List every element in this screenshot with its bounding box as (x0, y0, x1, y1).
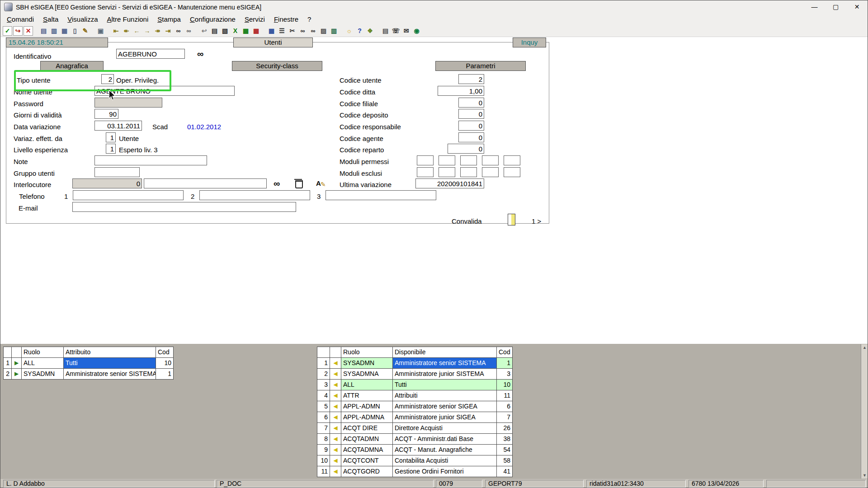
search-plus-icon[interactable]: ∞ (308, 26, 318, 36)
codice-responsabile-input[interactable] (458, 121, 484, 131)
table-row[interactable]: 1▶ALLTutti10 (4, 358, 174, 369)
variaz-effett-input[interactable] (106, 132, 116, 142)
menu-item-stampa[interactable]: Stampa (153, 14, 185, 25)
scroll-up-icon[interactable]: ▲ (861, 345, 868, 350)
prev-record-icon[interactable]: ← (132, 26, 142, 36)
moduli-permessi-box-1[interactable] (417, 155, 434, 165)
row-number[interactable]: 1 (317, 358, 330, 369)
cell-desc[interactable]: Direttore Acquisti (393, 423, 497, 434)
cell-desc[interactable]: Tutti (393, 380, 497, 390)
cell-cod[interactable]: 58 (497, 455, 513, 466)
interlocutore-search-icon[interactable]: ∞ (274, 178, 280, 188)
phone-icon[interactable]: ☏ (391, 26, 401, 36)
search-data-icon[interactable]: ∞ (298, 26, 307, 36)
email-input[interactable] (72, 202, 296, 212)
cell-desc[interactable]: Amministratore senior SISTEMA (393, 358, 497, 369)
cell-ruolo[interactable]: ATTR (341, 390, 393, 401)
panel-scrollbar[interactable]: ▲ ▼ (861, 344, 868, 479)
prev-fast-icon[interactable]: ↞ (122, 26, 131, 36)
row-number[interactable]: 2 (4, 369, 12, 380)
codice-utente-input[interactable] (458, 74, 484, 84)
export-red-icon[interactable]: ▦ (251, 26, 261, 36)
edit-document-icon[interactable]: ✎ (80, 26, 90, 36)
menu-item-finestre[interactable]: Finestre (269, 14, 303, 25)
new-document-icon[interactable]: ▯ (70, 26, 80, 36)
cell-ruolo[interactable]: SYSADMNA (341, 369, 393, 380)
confirm-icon[interactable]: ✓ (3, 26, 12, 36)
cell-ruolo[interactable]: ALL (22, 358, 64, 369)
last-record-icon[interactable]: ⇥ (163, 26, 173, 36)
excel-export-icon[interactable]: X (231, 26, 240, 36)
row-arrow-icon[interactable]: ◀ (330, 423, 341, 434)
column-header[interactable]: Ruolo (22, 347, 64, 358)
cell-cod[interactable]: 10 (497, 380, 513, 390)
row-number[interactable]: 6 (317, 412, 330, 423)
tab-security-class[interactable]: Security-class (232, 61, 322, 71)
interlocutore-rename-pencil-icon[interactable]: ✎ (321, 181, 326, 188)
tab-anagrafica[interactable]: Anagrafica (40, 61, 104, 71)
moduli-esclusi-box-4[interactable] (482, 167, 499, 177)
cell-desc[interactable]: Gestione Ordini Fornitori (393, 466, 497, 477)
cancel-icon[interactable]: ✕ (24, 26, 33, 36)
interlocutore-delete-icon[interactable] (295, 180, 303, 188)
column-header[interactable]: Disponibile (393, 347, 497, 358)
cell-cod[interactable]: 1 (497, 358, 513, 369)
moduli-esclusi-box-5[interactable] (504, 167, 520, 177)
cell-cod[interactable]: 7 (497, 412, 513, 423)
first-record-icon[interactable]: ⇤ (111, 26, 121, 36)
row-arrow-icon[interactable]: ◀ (330, 358, 341, 369)
row-number[interactable]: 3 (317, 380, 330, 390)
table-row[interactable]: 2▶SYSADMNAmministratore senior SISTEMA1 (4, 369, 174, 380)
cell-ruolo[interactable]: SYSADMN (22, 369, 64, 380)
codice-ditta-input[interactable] (438, 86, 484, 96)
row-number[interactable]: 2 (317, 369, 330, 380)
row-number[interactable]: 5 (317, 401, 330, 412)
scroll-down-icon[interactable]: ▼ (861, 473, 868, 478)
interlocutore-name-input[interactable] (144, 178, 267, 188)
menu-item-visualizza[interactable]: Visualizza (63, 14, 102, 25)
column-header[interactable]: Ruolo (341, 347, 393, 358)
row-number[interactable]: 7 (317, 423, 330, 434)
menu-item-configurazione[interactable]: Configurazione (185, 14, 240, 25)
cell-desc[interactable]: Amministratore senior SISTEMA (64, 369, 156, 380)
table-row[interactable]: 5◀APPL-ADMNAmministratore senior SIGEA6 (317, 401, 513, 412)
row-arrow-icon[interactable]: ◀ (330, 412, 341, 423)
row-arrow-icon[interactable]: ◀ (330, 455, 341, 466)
print-icon[interactable]: ▤ (210, 26, 219, 36)
chart-icon[interactable]: ▥ (329, 26, 339, 36)
close-button[interactable]: ✕ (846, 0, 868, 14)
find-icon[interactable]: ∞ (174, 26, 183, 36)
column-header[interactable]: Cod (497, 347, 513, 358)
row-number[interactable]: 11 (317, 466, 330, 477)
grid-edit-icon[interactable]: ▨ (319, 26, 328, 36)
ultima-variazione-input[interactable] (415, 178, 484, 188)
cell-ruolo[interactable]: APPL-ADMNA (341, 412, 393, 423)
page-nav[interactable]: 1 > (532, 216, 541, 226)
window-tile-icon[interactable]: ▥ (49, 26, 59, 36)
table-row[interactable]: 7◀ACQT DIREDirettore Acquisti26 (317, 423, 513, 434)
cell-ruolo[interactable]: ACQTCONT (341, 455, 393, 466)
row-arrow-icon[interactable]: ▶ (12, 369, 22, 380)
column-header[interactable] (317, 347, 330, 358)
cell-ruolo[interactable]: ACQT DIRE (341, 423, 393, 434)
menu-item-servizi[interactable]: Servizi (240, 14, 269, 25)
cell-desc[interactable]: ACQT - Manut. Anagrafiche (393, 445, 497, 455)
row-arrow-icon[interactable]: ▶ (12, 358, 22, 369)
cell-desc[interactable]: Attribuiti (393, 390, 497, 401)
inquy-button[interactable]: Inquy (513, 38, 546, 47)
table-row[interactable]: 10◀ACQTCONTContabilita Acquisti58 (317, 455, 513, 466)
cut-icon[interactable]: ✂ (288, 26, 297, 36)
cell-ruolo[interactable]: ACQTADMNA (341, 445, 393, 455)
export-green-icon[interactable]: ▦ (241, 26, 250, 36)
table-row[interactable]: 2◀SYSADMNAAmministratore junior SISTEMA3 (317, 369, 513, 380)
cell-ruolo[interactable]: SYSADMN (341, 358, 393, 369)
web-icon[interactable]: ◉ (412, 26, 421, 36)
giorni-validita-input[interactable] (94, 109, 118, 119)
table-row[interactable]: 3◀ALLTutti10 (317, 380, 513, 390)
moduli-esclusi-box-1[interactable] (417, 167, 434, 177)
cell-desc[interactable]: ACQT - Amministr.dati Base (393, 434, 497, 445)
next-fast-icon[interactable]: ↠ (153, 26, 162, 36)
table-row[interactable]: 6◀APPL-ADMNAAmministratore junior SIGEA7 (317, 412, 513, 423)
codice-agente-input[interactable] (458, 132, 484, 142)
telefono-2-input[interactable] (199, 190, 310, 200)
